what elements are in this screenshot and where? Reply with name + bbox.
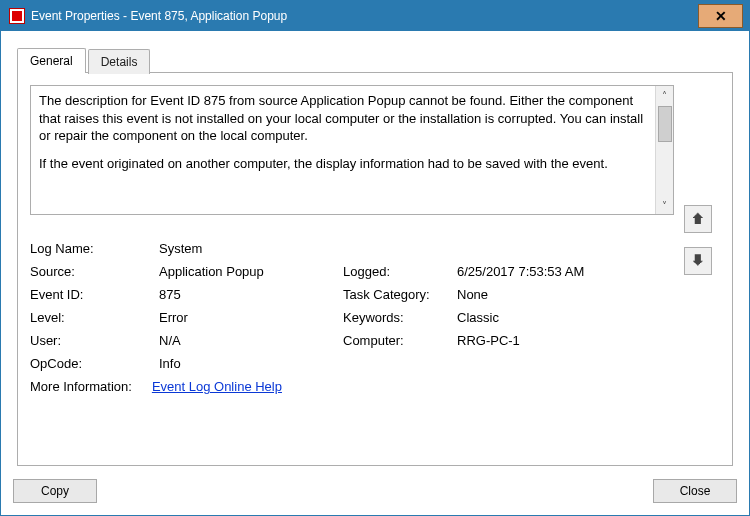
value-logged: 6/25/2017 7:53:53 AM [457,264,674,279]
scroll-thumb[interactable] [658,106,672,142]
value-source: Application Popup [159,264,339,279]
description-para2: If the event originated on another compu… [39,155,647,173]
label-level: Level: [30,310,155,325]
value-taskcategory: None [457,287,674,302]
label-logged: Logged: [343,264,453,279]
description-scrollbar[interactable]: ˄ ˅ [655,86,673,214]
copy-button[interactable]: Copy [13,479,97,503]
label-eventid: Event ID: [30,287,155,302]
close-button[interactable]: Close [653,479,737,503]
arrow-down-icon: 🡇 [691,253,705,269]
eventlog-icon [9,8,25,24]
bottom-bar: Copy Close [13,479,737,503]
body: General Details The description for Even… [1,31,749,515]
more-info-row: More Information: Event Log Online Help [30,379,674,394]
tabs: General Details [17,47,733,72]
label-taskcategory: Task Category: [343,287,453,302]
label-keywords: Keywords: [343,310,453,325]
label-moreinfo: More Information: [30,379,132,394]
label-computer: Computer: [343,333,453,348]
nav-buttons: 🡅 🡇 [684,85,720,453]
window-title: Event Properties - Event 875, Applicatio… [31,9,698,23]
value-level: Error [159,310,339,325]
close-icon: ✕ [715,8,727,24]
label-logname: Log Name: [30,241,155,256]
label-source: Source: [30,264,155,279]
value-opcode: Info [159,356,339,371]
value-eventid: 875 [159,287,339,302]
description-box: The description for Event ID 875 from so… [30,85,674,215]
tab-details[interactable]: Details [88,49,151,74]
tab-general[interactable]: General [17,48,86,73]
description-para1: The description for Event ID 875 from so… [39,92,647,145]
label-user: User: [30,333,155,348]
tab-panel-general: The description for Event ID 875 from so… [17,72,733,466]
event-properties-window: Event Properties - Event 875, Applicatio… [0,0,750,516]
window-close-button[interactable]: ✕ [698,4,743,28]
scroll-up-icon[interactable]: ˄ [656,86,673,104]
scroll-down-icon[interactable]: ˅ [656,196,673,214]
description-text[interactable]: The description for Event ID 875 from so… [31,86,655,214]
arrow-up-icon: 🡅 [691,211,705,227]
label-opcode: OpCode: [30,356,155,371]
prev-event-button[interactable]: 🡅 [684,205,712,233]
titlebar: Event Properties - Event 875, Applicatio… [1,1,749,31]
value-user: N/A [159,333,339,348]
tabs-container: General Details The description for Even… [17,47,733,466]
link-online-help[interactable]: Event Log Online Help [152,379,282,394]
next-event-button[interactable]: 🡇 [684,247,712,275]
value-logname: System [159,241,339,256]
value-keywords: Classic [457,310,674,325]
value-computer: RRG-PC-1 [457,333,674,348]
properties-grid: Log Name: System Source: Application Pop… [30,241,674,371]
